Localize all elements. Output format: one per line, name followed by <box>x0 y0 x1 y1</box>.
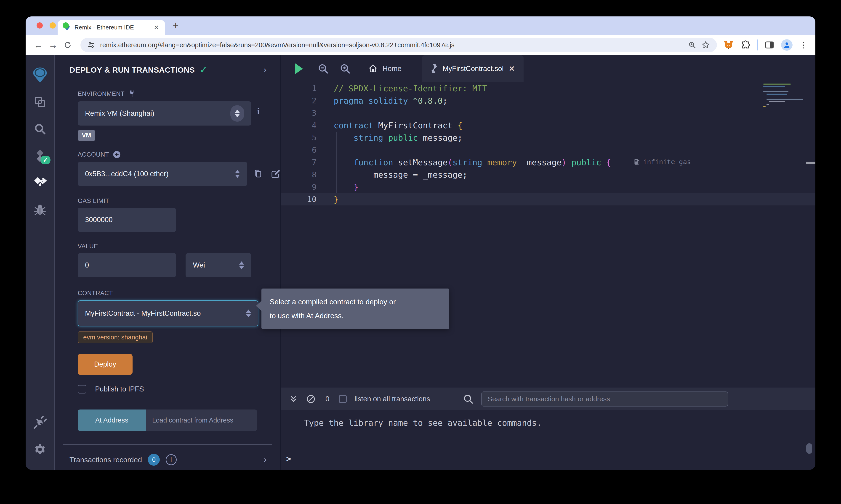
at-address-input[interactable] <box>146 410 257 431</box>
terminal-prompt: > <box>286 454 291 463</box>
listen-transactions-label: listen on all transactions <box>355 395 430 403</box>
line-number: 5 <box>281 133 316 142</box>
code-editor[interactable]: 1// SPDX-License-Identifier: MIT2pragma … <box>281 82 816 388</box>
editor-scrollbar-marker[interactable] <box>806 162 816 164</box>
value-label: VALUE <box>78 243 280 250</box>
minimize-window-button[interactable] <box>50 22 56 29</box>
profile-avatar[interactable] <box>781 39 792 51</box>
contract-label: CONTRACT <box>78 290 280 297</box>
line-number: 3 <box>281 108 316 118</box>
menu-dots-icon[interactable]: ⋮ <box>800 43 808 47</box>
value-unit-select[interactable]: Wei <box>186 253 252 277</box>
reload-icon[interactable] <box>61 41 74 49</box>
terminal-scrollbar-thumb[interactable] <box>806 443 812 454</box>
browser-toolbar: ← → remix.ethereum.org/#lang=en&optimize… <box>25 35 816 55</box>
indent-guide <box>337 132 337 193</box>
panel-divider <box>63 444 272 445</box>
sidebar-item-debugger[interactable] <box>25 196 54 223</box>
collapse-terminal-icon[interactable] <box>289 394 298 403</box>
code-line-10[interactable]: 10} <box>281 193 816 205</box>
account-add-icon[interactable] <box>113 150 121 159</box>
publish-ipfs-checkbox[interactable] <box>78 385 86 394</box>
panel-check-icon: ✓ <box>200 65 207 75</box>
terminal-search-input[interactable] <box>481 392 728 407</box>
evm-version-badge: evm version: shanghai <box>78 331 153 343</box>
deploy-button[interactable]: Deploy <box>78 354 133 375</box>
contract-select[interactable]: MyFirstContract - MyFirstContract.so <box>78 300 258 326</box>
tab-myfirstcontract[interactable]: MyFirstContract.sol ✕ <box>422 55 524 82</box>
code-line-1[interactable]: 1// SPDX-License-Identifier: MIT <box>281 82 816 94</box>
sidebar-item-search[interactable] <box>25 115 54 142</box>
environment-select[interactable]: Remix VM (Shanghai) <box>78 101 252 126</box>
code-line-3[interactable]: 3 <box>281 107 816 119</box>
icon-sidebar: ✓ <box>25 55 55 470</box>
remix-logo-icon[interactable] <box>25 61 54 89</box>
back-icon[interactable]: ← <box>32 40 45 50</box>
account-select[interactable]: 0x5B3...eddC4 (100 ether) <box>78 162 247 186</box>
zoom-window-button[interactable] <box>63 22 69 29</box>
run-script-icon[interactable] <box>293 62 304 75</box>
new-tab-button[interactable]: + <box>173 18 179 32</box>
side-panel-icon[interactable] <box>765 40 774 50</box>
panel-title: DEPLOY & RUN TRANSACTIONS <box>69 66 195 74</box>
environment-plug-icon[interactable] <box>128 90 136 98</box>
at-address-button[interactable]: At Address <box>78 410 146 431</box>
zoom-page-icon[interactable] <box>688 41 696 49</box>
tab-home[interactable]: Home <box>368 64 401 74</box>
environment-info-icon[interactable]: i <box>257 106 260 116</box>
code-text: string public message; <box>316 133 463 142</box>
url-text[interactable]: remix.ethereum.org/#lang=en&optimize=fal… <box>100 41 683 49</box>
code-line-7[interactable]: 7 function setMessage(string memory _mes… <box>281 156 816 168</box>
zoom-out-icon[interactable] <box>317 63 329 74</box>
sidebar-item-file-explorer[interactable] <box>25 89 54 115</box>
line-number: 8 <box>281 170 316 179</box>
editor-minimap[interactable] <box>763 84 805 109</box>
transactions-info-icon[interactable]: i <box>166 454 177 465</box>
home-icon <box>368 64 378 74</box>
sidebar-item-deploy-and-run[interactable] <box>25 169 54 196</box>
home-tab-label: Home <box>382 65 401 73</box>
edit-account-icon[interactable] <box>271 169 280 179</box>
transactions-recorded-row[interactable]: Transactions recorded 0 i › <box>69 454 267 466</box>
file-tab-close-icon[interactable]: ✕ <box>509 65 515 73</box>
clear-console-icon[interactable] <box>306 394 316 404</box>
editor-tab-bar: Home MyFirstContract.sol ✕ <box>281 55 816 82</box>
sidebar-item-solidity-compiler[interactable]: ✓ <box>25 142 54 169</box>
url-bar[interactable]: remix.ethereum.org/#lang=en&optimize=fal… <box>81 38 717 52</box>
code-line-6[interactable]: 6 <box>281 144 816 156</box>
metamask-icon[interactable] <box>723 40 734 50</box>
code-line-9[interactable]: 9 } <box>281 181 816 193</box>
code-line-8[interactable]: 8 message = _message; <box>281 168 816 181</box>
sidebar-item-plugin-manager[interactable] <box>25 409 54 436</box>
infinite-gas-annotation: infinite gas <box>634 158 691 166</box>
forward-icon[interactable]: → <box>47 40 59 50</box>
code-line-2[interactable]: 2pragma solidity ^0.8.0; <box>281 94 816 107</box>
gas-limit-input[interactable] <box>78 208 176 232</box>
tab-close-icon[interactable]: ✕ <box>154 24 159 31</box>
sidebar-item-settings[interactable] <box>25 436 54 463</box>
tab-title: Remix - Ethereum IDE <box>74 24 150 31</box>
terminal-header: 0 listen on all transactions <box>281 388 816 410</box>
extensions-puzzle-icon[interactable] <box>741 40 750 50</box>
line-number: 4 <box>281 121 316 130</box>
compile-success-badge: ✓ <box>40 156 51 164</box>
code-line-5[interactable]: 5 string public message; <box>281 131 816 144</box>
close-window-button[interactable] <box>37 22 43 29</box>
panel-expand-icon[interactable]: › <box>263 65 267 75</box>
bookmark-star-icon[interactable] <box>701 41 710 49</box>
listen-transactions-checkbox[interactable] <box>339 395 347 403</box>
value-input[interactable] <box>78 253 176 277</box>
browser-tab[interactable]: Remix - Ethereum IDE ✕ <box>57 20 165 35</box>
terminal: 0 listen on all transactions Type the li… <box>281 388 816 470</box>
value-unit: Wei <box>193 261 205 269</box>
transactions-expand-icon[interactable]: › <box>264 455 267 465</box>
zoom-in-icon[interactable] <box>340 63 350 74</box>
code-line-4[interactable]: 4contract MyFirstContract { <box>281 119 816 131</box>
contract-value: MyFirstContract - MyFirstContract.so <box>85 309 201 318</box>
site-settings-icon[interactable] <box>87 41 95 49</box>
terminal-body[interactable]: Type the library name to see available c… <box>281 410 816 470</box>
terminal-message: Type the library name to see available c… <box>304 418 816 428</box>
terminal-search-icon <box>463 394 474 404</box>
copy-account-icon[interactable] <box>253 169 263 179</box>
gas-limit-label: GAS LIMIT <box>78 197 280 204</box>
